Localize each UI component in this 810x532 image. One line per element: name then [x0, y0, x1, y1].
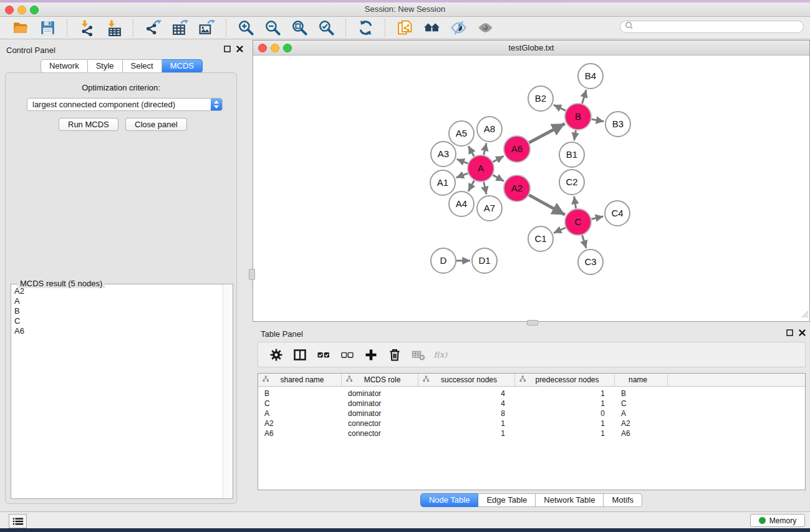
edge-B-B4[interactable] — [582, 90, 587, 104]
node-B4[interactable]: B4 — [578, 64, 603, 89]
import-table-icon[interactable] — [105, 19, 122, 36]
zoom-in-icon[interactable] — [238, 19, 254, 36]
node-C3[interactable]: C3 — [578, 249, 603, 274]
hide-details-icon[interactable] — [450, 19, 467, 36]
node-C2[interactable]: C2 — [559, 170, 584, 195]
tab-network-table[interactable]: Network Table — [536, 493, 604, 507]
save-session-icon[interactable] — [39, 19, 56, 36]
column-header-mcds-role[interactable]: MCDS role — [342, 374, 418, 386]
edge-C-C3[interactable] — [582, 235, 587, 248]
result-item[interactable]: A2 — [11, 286, 223, 296]
network-window-titlebar[interactable]: testGlobe.txt — [253, 41, 809, 56]
node-A2[interactable]: A2 — [504, 175, 530, 201]
node-A7[interactable]: A7 — [477, 196, 502, 221]
node-A1[interactable]: A1 — [430, 170, 455, 195]
zoom-selected-icon[interactable] — [318, 19, 335, 36]
edge-A-A1[interactable] — [456, 173, 468, 178]
float-table-panel-icon[interactable] — [786, 328, 794, 336]
select-all-icon[interactable] — [314, 346, 333, 364]
memory-button[interactable]: Memory — [750, 514, 805, 527]
edge-A-A8[interactable] — [484, 143, 486, 155]
tab-motifs[interactable]: Motifs — [604, 493, 642, 507]
edge-B-B2[interactable] — [554, 105, 566, 110]
edge-A-A5[interactable] — [468, 146, 474, 157]
edge-A-A6[interactable] — [493, 156, 503, 162]
import-network-icon[interactable] — [79, 19, 95, 36]
node-A4[interactable]: A4 — [449, 191, 474, 216]
export-network-icon[interactable] — [145, 19, 162, 36]
app-titlebar[interactable]: Session: New Session — [0, 2, 810, 17]
node-C4[interactable]: C4 — [605, 201, 630, 226]
tab-node-table[interactable]: Node Table — [420, 493, 479, 507]
splitpane-handle-vertical[interactable] — [249, 269, 255, 280]
edge-B-B3[interactable] — [592, 119, 604, 122]
settings-gear-icon[interactable] — [267, 346, 286, 364]
open-session-icon[interactable] — [12, 19, 29, 36]
zoom-fit-icon[interactable] — [291, 19, 308, 36]
edge-A-A4[interactable] — [468, 180, 475, 191]
node-B3[interactable]: B3 — [605, 112, 630, 137]
tab-edge-table[interactable]: Edge Table — [478, 493, 536, 507]
export-table-icon[interactable] — [171, 19, 188, 36]
node-C1[interactable]: C1 — [528, 226, 553, 251]
edge-A2-C[interactable] — [529, 195, 565, 215]
column-header-predecessor-nodes[interactable]: predecessor nodes — [515, 374, 615, 386]
table-row[interactable]: Bdominator41B — [258, 389, 805, 399]
table-row[interactable]: A6connector11A6 — [258, 428, 805, 438]
column-header-successor-nodes[interactable]: successor nodes — [418, 374, 515, 386]
run-mcds-button[interactable]: Run MCDS — [59, 118, 118, 131]
tab-network[interactable]: Network — [41, 59, 88, 73]
search-input[interactable] — [636, 22, 803, 32]
show-columns-icon[interactable] — [291, 346, 309, 364]
node-table[interactable]: shared nameMCDS rolesuccessor nodesprede… — [258, 373, 806, 490]
close-table-panel-icon[interactable] — [798, 328, 806, 336]
table-row[interactable]: Adominator80A — [258, 409, 805, 418]
edge-A-A3[interactable] — [457, 159, 468, 163]
result-item[interactable]: A — [11, 296, 223, 306]
node-B2[interactable]: B2 — [528, 86, 553, 111]
clone-network-icon[interactable] — [397, 19, 413, 36]
home-icon[interactable] — [423, 19, 440, 36]
column-header-name[interactable]: name — [615, 374, 668, 386]
node-A6[interactable]: A6 — [504, 136, 530, 162]
add-column-icon[interactable] — [362, 346, 380, 364]
result-item[interactable]: B — [11, 306, 223, 316]
unselect-all-icon[interactable] — [338, 346, 357, 364]
edge-C-C2[interactable] — [574, 196, 576, 209]
node-A[interactable]: A — [468, 155, 494, 181]
edge-C-C1[interactable] — [554, 228, 566, 233]
refresh-icon[interactable] — [357, 19, 374, 36]
edge-A6-B[interactable] — [529, 123, 564, 143]
node-A5[interactable]: A5 — [449, 121, 474, 146]
result-item[interactable]: A6 — [11, 326, 223, 336]
node-D[interactable]: D — [431, 248, 456, 273]
criterion-select[interactable]: largest connected component (directed) — [27, 98, 223, 111]
node-B[interactable]: B — [565, 104, 591, 130]
show-details-icon[interactable] — [477, 19, 494, 36]
node-C[interactable]: C — [565, 209, 591, 235]
column-header-shared-name[interactable]: shared name — [258, 374, 342, 386]
search-field[interactable] — [620, 21, 804, 33]
network-graph[interactable]: B4B2BB3A8A5A6A3B1AA1C2A2A4A7C4CC1DD1C3 — [253, 56, 809, 321]
node-A3[interactable]: A3 — [431, 142, 456, 167]
zoom-out-icon[interactable] — [264, 19, 281, 36]
tab-select[interactable]: Select — [123, 59, 162, 73]
delete-column-icon[interactable] — [385, 346, 404, 364]
edge-A-A7[interactable] — [484, 182, 486, 195]
table-row[interactable]: Cdominator41C — [258, 399, 805, 409]
close-panel-button[interactable]: Close panel — [125, 118, 187, 131]
resize-grip-icon[interactable] — [801, 309, 809, 321]
tab-mcds[interactable]: MCDS — [162, 59, 203, 73]
edge-B-B1[interactable] — [574, 130, 576, 141]
node-A8[interactable]: A8 — [477, 117, 502, 142]
node-D1[interactable]: D1 — [472, 248, 497, 273]
task-history-button[interactable] — [9, 514, 27, 528]
tab-style[interactable]: Style — [88, 59, 123, 73]
network-canvas[interactable]: B4B2BB3A8A5A6A3B1AA1C2A2A4A7C4CC1DD1C3 — [253, 56, 809, 321]
edge-A-A2[interactable] — [493, 175, 504, 181]
float-panel-icon[interactable] — [223, 44, 231, 52]
edge-C-C4[interactable] — [592, 216, 604, 219]
close-panel-icon[interactable] — [236, 44, 244, 52]
table-row[interactable]: A2connector11A2 — [258, 418, 805, 428]
result-scrollbar[interactable] — [223, 284, 233, 498]
